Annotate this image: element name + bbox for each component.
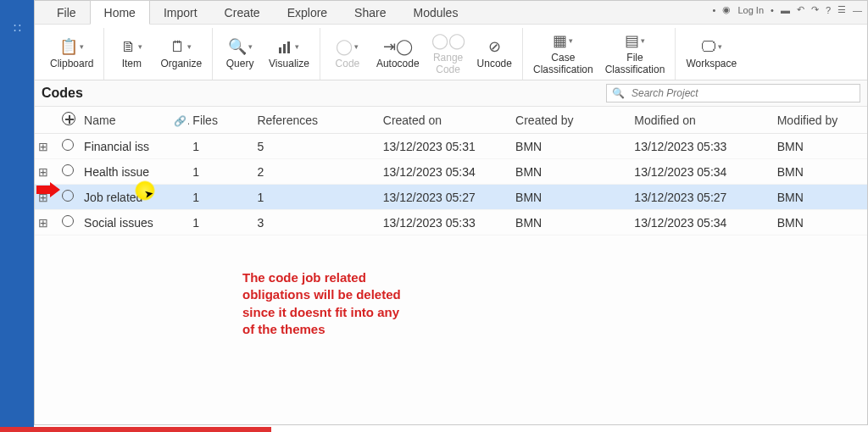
red-arrow-annotation [35,182,60,197]
uncode-icon: ⊘ [488,38,501,57]
menu-file[interactable]: File [43,1,90,24]
col-modified-on[interactable]: Modified on [631,107,773,134]
code-circle-icon [62,164,74,176]
code-label: Code [336,58,360,69]
circle-icon: ◯▾ [336,38,359,57]
file-icon: 🗎▾ [121,38,142,57]
cell-name: Social issues [81,210,170,235]
query-button[interactable]: 🔍▾ Query [220,36,260,71]
settings-icon[interactable]: ☰ [837,4,846,15]
visualize-label: Visualize [269,58,309,69]
cell-files: 1 [189,134,253,159]
col-created-on[interactable]: Created on [380,107,512,134]
col-modified-by[interactable]: Modified by [774,107,867,134]
menu-explore[interactable]: Explore [274,1,341,24]
cell-created-by: BMN [512,134,631,159]
app-window: • ◉ Log In • ▬ ↶ ↷ ? ☰ — File Home Impor… [34,0,868,425]
visualize-button[interactable]: ▾ Visualize [265,36,313,71]
search-icon: 🔍▾ [228,38,253,57]
caseclass-label1: Case [551,53,575,64]
cell-modified-on: 13/12/2023 05:34 [631,159,773,185]
svg-rect-0 [279,47,281,53]
svg-rect-1 [283,44,286,53]
table-header-row: Name 🔗 Files References Created on Creat… [35,107,867,134]
cell-modified-by: BMN [774,134,867,159]
cell-modified-by: BMN [774,210,867,235]
rangecode-label2: Code [436,64,460,75]
progress-bar [0,427,271,432]
organize-label: Organize [160,58,202,69]
autocode-button[interactable]: ⇥◯ Autocode [373,36,423,71]
col-created-by[interactable]: Created by [512,107,631,134]
menu-modules[interactable]: Modules [399,1,471,24]
plus-circle-icon [62,112,75,125]
col-name[interactable]: Name [81,107,170,134]
table-row[interactable]: ⊞ Health issue 1 2 13/12/2023 05:34 BMN … [35,159,867,185]
workspace-label: Workspace [686,58,737,69]
menu-home[interactable]: Home [90,0,150,25]
item-label: Item [122,58,142,69]
cell-created-by: BMN [512,185,631,210]
table-row[interactable]: ⊞ Social issues 1 3 13/12/2023 05:33 BMN… [35,210,867,235]
link-icon: 🔗 [174,114,189,127]
add-code-button[interactable] [58,107,81,134]
red-text-annotation: The code job related obligations will be… [242,269,412,338]
fileclass-label1: File [626,53,643,64]
rangecode-label1: Range [433,53,463,64]
code-button: ◯▾ Code [327,36,368,71]
save-icon[interactable]: ▬ [781,5,790,15]
search-input[interactable] [630,86,854,100]
undo-icon[interactable]: ↶ [797,4,804,15]
expand-toggle[interactable]: ⊞ [35,210,58,235]
col-references[interactable]: References [253,107,379,134]
table-row[interactable]: ⊞ Financial iss 1 5 13/12/2023 05:31 BMN… [35,134,867,159]
code-circle-icon [62,215,74,227]
search-project[interactable]: 🔍 [606,84,860,102]
redo-icon[interactable]: ↷ [811,4,819,15]
cell-created-on: 13/12/2023 05:33 [380,210,512,235]
cell-modified-by: BMN [774,159,867,185]
cell-modified-by: BMN [774,185,867,210]
organize-button[interactable]: 🗒▾ Organize [157,36,205,71]
min-icon[interactable]: — [853,5,862,15]
clipboard-label: Clipboard [50,58,93,69]
table-row[interactable]: ⊞ Job related 1 1 13/12/2023 05:27 BMN 1… [35,185,867,210]
file-class-button[interactable]: ▤▾ File Classification [602,30,669,76]
menu-import[interactable]: Import [150,1,211,24]
organize-icon: 🗒▾ [170,38,192,57]
chart-icon: ▾ [278,38,299,57]
code-circle-icon [62,190,74,202]
expand-toggle[interactable]: ⊞ [35,134,58,159]
panel-title: Codes [42,86,83,101]
uncode-label: Uncode [477,58,512,69]
uncode-button[interactable]: ⊘ Uncode [474,36,515,71]
help-icon[interactable]: ? [826,5,831,15]
code-circle-icon [62,139,74,151]
ribbon: 📋▾ Clipboard 🗎▾ Item 🗒▾ Organize 🔍▾ Quer… [35,25,867,80]
workspace-button[interactable]: 🖵▾ Workspace [682,36,740,71]
cell-files: 1 [189,159,253,185]
autocode-label: Autocode [376,58,420,69]
cell-refs: 5 [253,134,379,159]
col-link: 🔗 [170,107,189,134]
item-button[interactable]: 🗎▾ Item [111,36,152,71]
range-icon: ◯◯ [431,32,465,51]
panel-header: Codes 🔍 [35,80,867,107]
cell-files: 1 [189,210,253,235]
menu-create[interactable]: Create [211,1,274,24]
clipboard-button[interactable]: 📋▾ Clipboard [47,36,97,71]
cell-created-on: 13/12/2023 05:27 [380,185,512,210]
expand-toggle[interactable]: ⊞ [35,159,58,185]
bullet-icon: • [713,5,716,15]
cell-created-by: BMN [512,159,631,185]
col-files[interactable]: Files [189,107,253,134]
case-class-button[interactable]: ▦▾ Case Classification [530,30,597,76]
cell-files: 1 [189,185,253,210]
login-link[interactable]: Log In [737,5,764,15]
cell-modified-on: 13/12/2023 05:33 [631,134,773,159]
cell-name: Health issue [81,159,170,185]
cell-refs: 2 [253,159,379,185]
menu-share[interactable]: Share [341,1,399,24]
query-label: Query [226,58,254,69]
user-icon: ◉ [722,4,731,15]
